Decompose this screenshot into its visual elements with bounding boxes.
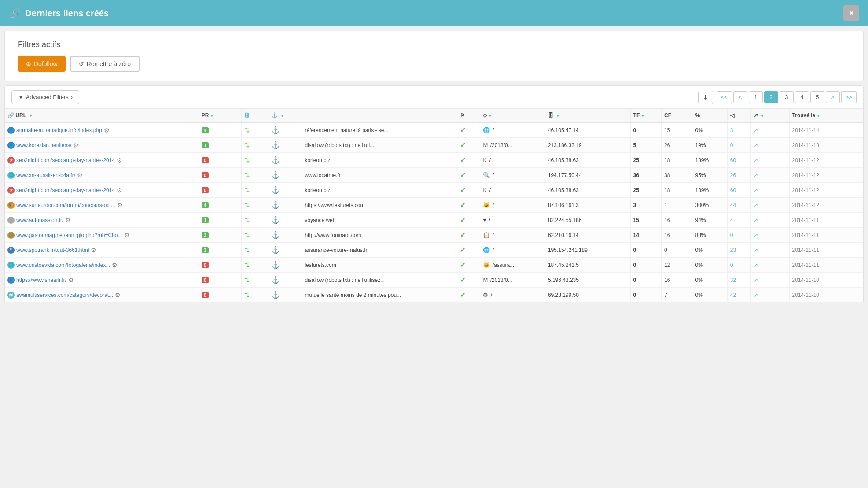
url-text[interactable]: www.xn--russir-en-b4a.fr/ bbox=[16, 172, 75, 178]
close-button[interactable]: ✕ bbox=[843, 5, 859, 21]
pagination-page-3[interactable]: 3 bbox=[780, 91, 794, 103]
col-header-pr[interactable]: PR▼ bbox=[199, 109, 241, 122]
filter-title: Filtres actifs bbox=[18, 40, 850, 49]
settings-icon[interactable]: ⚙ bbox=[117, 157, 122, 164]
anchor-cell: ⚓ bbox=[268, 138, 302, 153]
settings-icon[interactable]: ⚙ bbox=[124, 232, 130, 239]
url-text[interactable]: www.korezian.net/liens/ bbox=[16, 142, 71, 148]
links-chain-icon: ⛓ bbox=[244, 112, 250, 118]
col-header-target[interactable]: ◇▼ bbox=[480, 109, 545, 122]
pagination-next[interactable]: > bbox=[826, 91, 840, 103]
filter-section: Filtres actifs ⊕ Dofollow ↺ Remettre à z… bbox=[4, 31, 864, 81]
ext-link-icon[interactable]: ↗ bbox=[754, 127, 758, 133]
found-cell: 2014-11-11 bbox=[789, 258, 863, 273]
settings-icon[interactable]: ⚙ bbox=[77, 172, 83, 179]
pr-cell: 3 bbox=[199, 228, 241, 243]
ext-link-icon[interactable]: ↗ bbox=[754, 202, 758, 208]
pct-cell: 0% bbox=[692, 273, 727, 288]
ext-link-icon[interactable]: ↗ bbox=[754, 142, 758, 148]
flag-icon: 🏳 bbox=[460, 112, 465, 118]
pagination-prev[interactable]: < bbox=[733, 91, 747, 103]
ext-link-icon[interactable]: ↗ bbox=[754, 232, 758, 238]
url-text[interactable]: awamultiservices.com/category/decorat... bbox=[16, 292, 113, 298]
dofollow-button[interactable]: ⊕ Dofollow bbox=[18, 56, 66, 72]
anchor-text-cell: korleon biz bbox=[302, 183, 457, 198]
ext-cell: ↗ bbox=[750, 288, 789, 303]
links-icon: ⇅ bbox=[244, 291, 250, 299]
url-text[interactable]: annuaire-automatique.info/index.php bbox=[16, 127, 102, 133]
ext-link-icon[interactable]: ↗ bbox=[754, 262, 758, 268]
reset-button[interactable]: ↺ Remettre à zéro bbox=[70, 56, 140, 72]
page-title: Derniers liens créés bbox=[25, 8, 109, 18]
target-path: /2013/0... bbox=[490, 277, 512, 283]
ip-cell: 46.105.47.14 bbox=[545, 122, 630, 138]
col-header-anchor[interactable]: ⚓ ▼ bbox=[268, 109, 302, 122]
pagination-last[interactable]: >> bbox=[841, 91, 857, 103]
url-text[interactable]: https://www.shaarli.fr/ bbox=[16, 277, 66, 283]
col-header-flag: 🏳 bbox=[457, 109, 480, 122]
anchor-cell: ⚓ bbox=[268, 198, 302, 213]
links-icon: ⇅ bbox=[244, 276, 250, 284]
url-text[interactable]: seo2night.com/seocamp-day-nantes-2014 bbox=[16, 157, 115, 163]
url-favicon: 🌐 bbox=[7, 277, 15, 284]
pagination-page-4[interactable]: 4 bbox=[795, 91, 809, 103]
excel-export-button[interactable]: ⬇ bbox=[698, 91, 713, 104]
url-text[interactable]: www.autopassion.fr/ bbox=[16, 217, 63, 223]
ext-link-icon[interactable]: ↗ bbox=[754, 172, 758, 178]
settings-icon[interactable]: ⚙ bbox=[65, 217, 71, 224]
settings-icon[interactable]: ⚙ bbox=[112, 262, 118, 269]
url-cell: ★ seo2night.com/seocamp-day-nantes-2014 … bbox=[5, 183, 199, 198]
ext-link-icon[interactable]: ↗ bbox=[754, 187, 758, 193]
ip-cell: 62.210.16.14 bbox=[545, 228, 630, 243]
pagination-first[interactable]: << bbox=[717, 91, 732, 103]
url-text[interactable]: www.surfeurdor.com/forum/concours-oct... bbox=[16, 202, 115, 208]
pr-badge: 0 bbox=[202, 292, 209, 298]
target-icon: 🔍 bbox=[483, 172, 490, 178]
anchor-text-cell: lesfurets.com bbox=[302, 258, 457, 273]
status-ok-icon: ✔ bbox=[460, 156, 466, 164]
settings-icon[interactable]: ⚙ bbox=[91, 247, 96, 254]
target-path: / bbox=[493, 247, 494, 253]
advanced-filters-button[interactable]: ▼ Advanced Filters › bbox=[11, 90, 79, 104]
url-text[interactable]: www.cristoevida.com/fotogaleria/index... bbox=[16, 262, 110, 268]
table-row: 🌐 annuaire-automatique.info/index.php ⚙ … bbox=[5, 122, 863, 138]
anchor-cell: ⚓ bbox=[268, 213, 302, 228]
url-favicon: 🌐 bbox=[7, 262, 15, 269]
pagination-page-2[interactable]: 2 bbox=[764, 91, 778, 103]
pr-cell: 3 bbox=[199, 243, 241, 258]
ip-cell: 82.224.55.186 bbox=[545, 213, 630, 228]
found-cell: 2014-11-11 bbox=[789, 243, 863, 258]
settings-icon[interactable]: ⚙ bbox=[117, 202, 123, 209]
ext-link-icon[interactable]: ↗ bbox=[754, 157, 758, 163]
col-header-ext[interactable]: ↗ ▼ bbox=[750, 109, 789, 122]
col-header-found[interactable]: Trouvé le▼ bbox=[789, 109, 863, 122]
col-header-url[interactable]: 🔗 URL ▼ bbox=[5, 109, 199, 122]
settings-icon[interactable]: ⚙ bbox=[104, 127, 110, 134]
settings-icon[interactable]: ⚙ bbox=[115, 292, 121, 299]
ext-link-icon[interactable]: ↗ bbox=[754, 277, 758, 283]
pagination-page-5[interactable]: 5 bbox=[810, 91, 824, 103]
pagination-page-1[interactable]: 1 bbox=[749, 91, 763, 103]
settings-icon[interactable]: ⚙ bbox=[68, 277, 74, 284]
settings-icon[interactable]: ⚙ bbox=[73, 142, 79, 149]
url-text[interactable]: www.spotrank.fr/tout-3661.html bbox=[16, 247, 89, 253]
anchor-cell: ⚓ bbox=[268, 153, 302, 168]
links-icon: ⇅ bbox=[244, 171, 250, 179]
target-cell: M /2013/0... bbox=[480, 273, 545, 288]
url-text[interactable]: seo2night.com/seocamp-day-nantes-2014 bbox=[16, 187, 115, 193]
table-section: ▼ Advanced Filters › ⬇ << < 1 2 3 4 5 > … bbox=[4, 85, 864, 303]
links-icon: ⇅ bbox=[244, 141, 250, 149]
target-cell: 🌐 / bbox=[480, 243, 545, 258]
url-cell: @ awamultiservices.com/category/decorat.… bbox=[5, 288, 199, 303]
url-text[interactable]: www.gastonmag.net/ann_glo.php?rub=Cho... bbox=[16, 232, 122, 238]
url-favicon: ★ bbox=[7, 187, 15, 194]
ext-link-icon[interactable]: ↗ bbox=[754, 217, 758, 223]
anchor-symbol: ⚓ bbox=[271, 261, 280, 269]
ext-link-icon[interactable]: ↗ bbox=[754, 292, 758, 298]
settings-icon[interactable]: ⚙ bbox=[117, 187, 122, 194]
col-header-ip[interactable]: 🗄 ▼ bbox=[545, 109, 630, 122]
links-cell: ⇅ bbox=[241, 258, 268, 273]
ext-link-icon[interactable]: ↗ bbox=[754, 247, 758, 253]
url-cell: 🌐 annuaire-automatique.info/index.php ⚙ bbox=[5, 122, 199, 138]
col-header-tf[interactable]: TF▼ bbox=[630, 109, 661, 122]
